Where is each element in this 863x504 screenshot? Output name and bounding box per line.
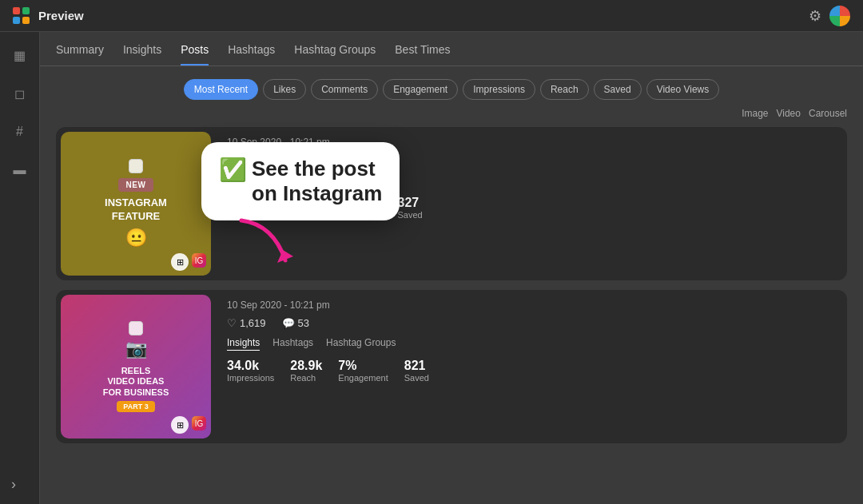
post-tab-hashtags-2[interactable]: Hashtags [272, 337, 313, 351]
tab-hashtag-groups[interactable]: Hashtag Groups [294, 43, 376, 65]
post-metrics-2: 34.0k Impressions 28.9k Reach 7% Engagem… [227, 359, 836, 383]
layout: ▦ ◻ # ▬ Summary Insights Posts Hashtags … [0, 32, 863, 504]
metric-impressions-2: 34.0k Impressions [227, 359, 274, 383]
thumb-bottom-icons-2: ⊞ IG [171, 416, 206, 434]
logo-sq-yellow [22, 17, 30, 24]
tab-hashtags[interactable]: Hashtags [228, 43, 275, 65]
post-tabs-2: Insights Hashtags Hashtag Groups [227, 337, 836, 351]
metric-impressions-value-2: 34.0k [227, 359, 274, 373]
sidebar: ▦ ◻ # ▬ [0, 32, 40, 504]
tab-summary[interactable]: Summary [56, 43, 104, 65]
tab-best-times[interactable]: Best Times [395, 43, 450, 65]
comment-icon-2: 💬 [282, 317, 295, 329]
post-thumb-1: NEW INSTAGRAMFEATURE 😐 ⊞ IG [61, 132, 211, 276]
type-filter: Image Video Carousel [40, 108, 863, 127]
metric-saved-label-1: Saved [397, 210, 422, 220]
sidebar-icon-grid[interactable]: ▦ [8, 43, 32, 67]
app-title: Preview [38, 9, 84, 22]
post-tab-hashtag-groups-2[interactable]: Hashtag Groups [326, 337, 396, 351]
logo-sq-red [13, 7, 20, 14]
tooltip-emoji: ✅ [219, 157, 247, 183]
thumb-title-1: INSTAGRAMFEATURE [105, 196, 167, 224]
logo-sq-blue [13, 17, 20, 24]
type-link-image[interactable]: Image [742, 108, 768, 119]
filter-bar: Most Recent Likes Comments Engagement Im… [40, 66, 863, 108]
topbar-left: Preview [13, 7, 84, 25]
filter-comments[interactable]: Comments [311, 79, 378, 100]
post-card-2: 📷 REELSVIDEO IDEASFOR BUSINESS PART 3 ⊞ … [56, 290, 847, 443]
filter-engagement[interactable]: Engagement [383, 79, 458, 100]
metric-engagement-label-2: Engagement [338, 373, 388, 383]
metric-engagement-value-2: 7% [338, 359, 388, 373]
topbar-right: ⚙ [809, 6, 850, 26]
tab-insights[interactable]: Insights [123, 43, 161, 65]
post-comments-value-2: 53 [298, 317, 309, 329]
tab-posts[interactable]: Posts [181, 43, 209, 65]
post-tab-insights-2[interactable]: Insights [227, 337, 260, 351]
app-logo [13, 7, 30, 25]
filter-most-recent[interactable]: Most Recent [184, 79, 258, 100]
posts-list: NEW INSTAGRAMFEATURE 😐 ⊞ IG 10 Sep 2020 … [40, 127, 863, 443]
metric-reach-label-2: Reach [290, 373, 322, 383]
metric-saved-value-1: 327 [397, 196, 422, 210]
filter-video-views[interactable]: Video Views [646, 79, 720, 100]
type-link-carousel[interactable]: Carousel [809, 108, 847, 119]
main-content: Summary Insights Posts Hashtags Hashtag … [40, 32, 863, 504]
metric-engagement-2: 7% Engagement [338, 359, 388, 383]
thumb-checkbox-1[interactable] [129, 159, 143, 173]
thumb-reels-title: REELSVIDEO IDEASFOR BUSINESS [103, 366, 169, 398]
thumb-insta-emoji: 📷 [125, 339, 147, 359]
filter-impressions[interactable]: Impressions [463, 79, 535, 100]
post-thumb-2: 📷 REELSVIDEO IDEASFOR BUSINESS PART 3 ⊞ … [61, 295, 211, 439]
metric-impressions-label-2: Impressions [227, 373, 274, 383]
metric-saved-1: 327 Saved [397, 196, 422, 220]
post-comments-2: 💬 53 [282, 317, 309, 329]
filter-saved[interactable]: Saved [594, 79, 642, 100]
type-link-video[interactable]: Video [776, 108, 800, 119]
gear-icon[interactable]: ⚙ [809, 7, 821, 25]
post-stats-row-2: ♡ 1,619 💬 53 [227, 317, 836, 329]
filter-reach[interactable]: Reach [540, 79, 589, 100]
thumb-checkbox-2[interactable] [129, 321, 143, 335]
thumb-part-label: PART 3 [117, 401, 154, 412]
metric-reach-value-2: 28.9k [290, 359, 322, 373]
post-details-2: 10 Sep 2020 - 10:21 pm ♡ 1,619 💬 53 Insi… [216, 290, 847, 443]
thumb-bottom-icons-1: ⊞ IG [171, 253, 206, 271]
post-card-1: NEW INSTAGRAMFEATURE 😐 ⊞ IG 10 Sep 2020 … [56, 127, 847, 280]
heart-icon-2: ♡ [227, 317, 237, 329]
sidebar-icon-analytics[interactable]: ▬ [8, 158, 32, 182]
post-likes-2: ♡ 1,619 [227, 317, 266, 329]
nav-tabs: Summary Insights Posts Hashtags Hashtag … [40, 32, 863, 66]
metric-saved-label-2: Saved [404, 373, 429, 383]
carousel-icon-1[interactable]: ⊞ [171, 253, 189, 271]
tooltip-popup[interactable]: ✅ See the poston Instagram [201, 142, 400, 220]
avatar[interactable] [829, 6, 850, 26]
post-date-2: 10 Sep 2020 - 10:21 pm [227, 300, 836, 311]
topbar: Preview ⚙ [0, 0, 863, 32]
metric-reach-2: 28.9k Reach [290, 359, 322, 383]
metric-saved-2: 821 Saved [404, 359, 429, 383]
sidebar-icon-hashtag[interactable]: # [8, 120, 32, 144]
post-likes-value-2: 1,619 [240, 317, 266, 329]
instagram-icon-2[interactable]: IG [192, 416, 206, 431]
tooltip-text: See the poston Instagram [252, 157, 382, 206]
sidebar-icon-calendar[interactable]: ◻ [8, 81, 32, 105]
metric-saved-value-2: 821 [404, 359, 429, 373]
logo-sq-green [22, 7, 30, 14]
tooltip-content: ✅ See the poston Instagram [219, 157, 382, 206]
thumb-label-new: NEW [118, 178, 154, 192]
instagram-icon-1[interactable]: IG [192, 253, 206, 268]
tooltip-arrow [233, 216, 297, 264]
thumb-emoji-1: 😐 [125, 228, 147, 248]
filter-likes[interactable]: Likes [263, 79, 306, 100]
carousel-icon-2[interactable]: ⊞ [171, 416, 189, 434]
